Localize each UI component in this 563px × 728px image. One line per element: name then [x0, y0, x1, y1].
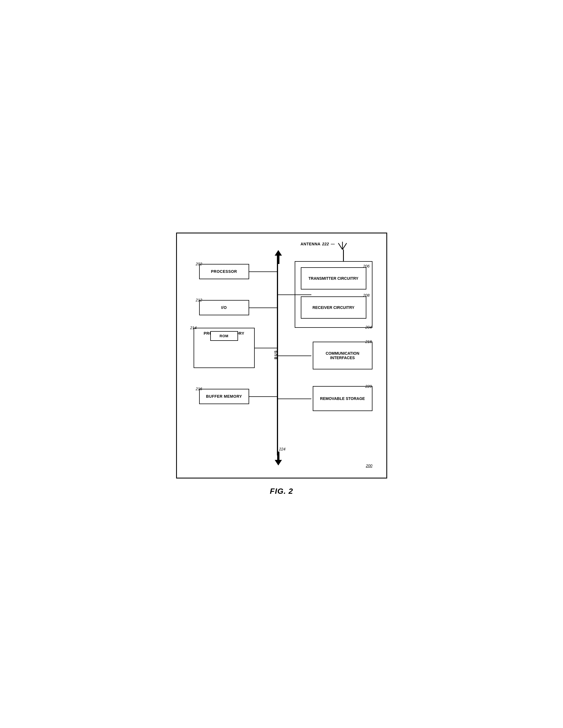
transceiver-ref: 204 — [365, 325, 372, 329]
io-ref: 212 — [196, 298, 202, 302]
removable-storage-ref: 220 — [365, 384, 372, 389]
arrow-up — [275, 250, 282, 265]
bus-storage-line — [278, 399, 312, 399]
io-bus-line — [249, 308, 277, 308]
figure-ref: 200 — [366, 463, 372, 468]
transmitter-label: TRANSMITTER CIRCUITRY — [309, 276, 359, 281]
transmitter-box: TRANSMITTER CIRCUITRY — [301, 267, 366, 289]
buffer-memory-label: BUFFER MEMORY — [206, 394, 242, 399]
buffer-memory-bus-line — [249, 396, 277, 397]
processor-ref: 202 — [196, 262, 202, 266]
arrow-up-icon — [275, 250, 282, 264]
arrow-down-icon — [275, 452, 282, 465]
bus-label: BUS — [273, 350, 278, 359]
figure-caption: FIG. 2 — [176, 487, 387, 496]
program-memory-ref: 214 — [190, 326, 197, 330]
bus-ref-label: 224 — [279, 447, 286, 451]
svg-marker-3 — [275, 250, 282, 256]
processor-bus-line — [249, 271, 277, 272]
io-label: I/O — [221, 305, 227, 310]
removable-storage-box: REMOVABLE STORAGE — [313, 386, 373, 411]
io-box: I/O — [199, 300, 249, 315]
processor-label: PROCESSOR — [211, 269, 237, 274]
buffer-memory-box: BUFFER MEMORY — [199, 389, 249, 404]
antenna-symbol — [337, 242, 348, 251]
removable-storage-label: REMOVABLE STORAGE — [320, 396, 365, 401]
receiver-label: RECEIVER CIRCUITRY — [313, 305, 355, 310]
program-memory-bus-line — [255, 348, 277, 349]
comm-interfaces-ref: 218 — [365, 339, 372, 344]
receiver-ref: 208 — [363, 293, 370, 298]
antenna-label: ANTENNA 222 — — [301, 242, 335, 246]
diagram-border: ANTENNA 222 — BUS — [176, 233, 387, 478]
transmitter-ref: 206 — [363, 264, 370, 268]
processor-box: PROCESSOR — [199, 264, 249, 279]
rom-label: ROM — [220, 334, 228, 338]
bus-transceiver-line — [278, 294, 312, 295]
buffer-memory-ref: 216 — [196, 387, 202, 391]
rom-box: ROM — [210, 331, 238, 341]
antenna-icon — [337, 242, 348, 250]
program-memory-box: PROGRAM MEMORY RAM ROM — [193, 328, 255, 368]
svg-rect-5 — [277, 452, 279, 460]
receiver-box: RECEIVER CIRCUITRY — [301, 296, 366, 319]
comm-interfaces-label: COMMUNICATION INTERFACES — [313, 351, 372, 360]
svg-rect-4 — [277, 255, 279, 264]
svg-line-1 — [343, 243, 347, 250]
svg-line-0 — [338, 243, 343, 250]
comm-interfaces-box: COMMUNICATION INTERFACES — [313, 342, 373, 369]
bus-comm-line — [278, 356, 312, 356]
svg-marker-6 — [275, 460, 282, 465]
arrow-down — [275, 452, 282, 467]
page-wrapper: ANTENNA 222 — BUS — [176, 233, 387, 496]
diagram-inner: ANTENNA 222 — BUS — [185, 242, 378, 469]
